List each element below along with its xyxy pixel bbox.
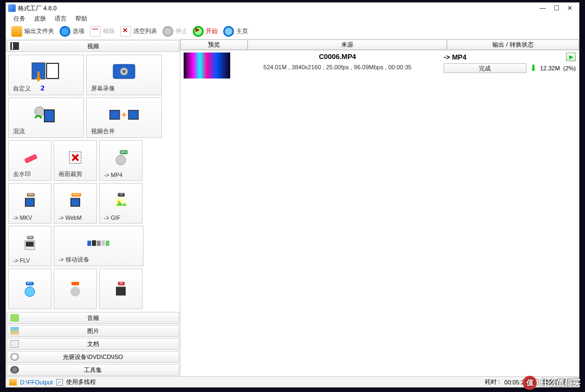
svg-text:MKV: MKV bbox=[28, 193, 34, 196]
toolbar: 输出文件夹 选项 移除 清空列表 停止 开始 主页 bbox=[6, 23, 579, 40]
svg-rect-35 bbox=[87, 240, 91, 246]
menubar: 任务 皮肤 语言 帮助 bbox=[6, 14, 579, 23]
home-button[interactable]: 主页 bbox=[223, 26, 248, 37]
play-output-button[interactable]: ▶ bbox=[566, 53, 576, 61]
folder-icon bbox=[9, 379, 17, 386]
svg-text:MOV: MOV bbox=[27, 282, 32, 285]
category-video[interactable]: 视频 bbox=[6, 40, 179, 52]
video-tools-grid[interactable]: 自定义2 屏幕录像 混流 + 视频合并 bbox=[6, 53, 180, 311]
tile-to-gif[interactable]: GIF-> GIF bbox=[99, 183, 142, 224]
app-window: 格式工厂 4.8.0 — ☐ ✕ 任务 皮肤 语言 帮助 输出文件夹 选项 移除… bbox=[5, 2, 580, 388]
output-folder-button[interactable]: 输出文件夹 bbox=[11, 26, 54, 37]
category-audio[interactable]: 音频 bbox=[6, 312, 179, 324]
music-icon bbox=[10, 314, 19, 322]
col-preview[interactable]: 预览 bbox=[180, 40, 248, 50]
menu-skin[interactable]: 皮肤 bbox=[34, 15, 46, 23]
video-thumbnail bbox=[184, 53, 230, 79]
tile-to-mobile[interactable]: -> 移动设备 bbox=[54, 226, 144, 266]
task-panel: 预览 来源 输出 / 转换状态 C0006.MP4 524.01M , 3840… bbox=[180, 40, 579, 376]
svg-rect-26 bbox=[72, 199, 79, 206]
clear-list-button[interactable]: 清空列表 bbox=[120, 26, 157, 37]
svg-rect-22 bbox=[26, 199, 34, 206]
category-toolset[interactable]: 工具集 bbox=[6, 364, 179, 376]
maximize-button[interactable]: ☐ bbox=[554, 4, 560, 12]
tile-to-mkv[interactable]: MKV-> MKV bbox=[8, 183, 51, 224]
window-title: 格式工厂 4.8.0 bbox=[18, 4, 57, 12]
tile-video-merge[interactable]: + 视频合并 bbox=[86, 97, 162, 138]
output-size: 12.32M (2%) bbox=[540, 65, 576, 71]
window-controls: — ☐ ✕ bbox=[540, 4, 577, 12]
tile-to-ogg[interactable] bbox=[54, 269, 97, 309]
output-format: -> MP4 bbox=[444, 53, 564, 61]
play-icon bbox=[193, 26, 204, 37]
remove-button[interactable]: 移除 bbox=[90, 26, 115, 37]
col-output-status[interactable]: 输出 / 转换状态 bbox=[447, 40, 579, 50]
svg-point-42 bbox=[25, 286, 35, 296]
tile-to-avi[interactable]: AVI bbox=[99, 269, 142, 309]
svg-text:GIF: GIF bbox=[119, 193, 123, 196]
titlebar: 格式工厂 4.8.0 — ☐ ✕ bbox=[6, 3, 579, 14]
picture-icon bbox=[10, 327, 19, 335]
document-icon bbox=[10, 340, 19, 348]
svg-text:WebM: WebM bbox=[73, 193, 80, 196]
svg-point-44 bbox=[70, 286, 80, 296]
menu-language[interactable]: 语言 bbox=[55, 15, 67, 23]
menu-task[interactable]: 任务 bbox=[14, 15, 25, 23]
svg-rect-34 bbox=[26, 241, 34, 246]
svg-text:+: + bbox=[121, 109, 127, 119]
multithread-checkbox[interactable]: ✓ bbox=[56, 379, 63, 386]
watermark-badge-icon: 值 bbox=[523, 376, 537, 390]
menu-help[interactable]: 帮助 bbox=[75, 15, 87, 23]
tile-to-flv[interactable]: FLV-> FLV bbox=[8, 226, 51, 266]
remove-icon bbox=[90, 26, 101, 37]
tile-crop[interactable]: 画面裁剪 bbox=[54, 140, 97, 181]
watermark-text: 什么值得买 bbox=[540, 378, 581, 388]
svg-rect-8 bbox=[45, 110, 54, 121]
status-done-button[interactable]: 完成 bbox=[444, 63, 526, 73]
statusbar: D:\FFOutput ✓ 使用多线程 耗时 : 00:05:23 转换完成后 … bbox=[6, 376, 579, 387]
elapsed-label: 耗时 : bbox=[485, 378, 500, 386]
tile-remove-watermark[interactable]: 去水印 bbox=[8, 140, 51, 181]
gear-icon bbox=[60, 26, 70, 37]
category-document[interactable]: 文档 bbox=[6, 338, 179, 350]
stop-button[interactable]: 停止 bbox=[162, 26, 187, 37]
svg-text:MP4: MP4 bbox=[121, 151, 127, 154]
tile-to-mp4[interactable]: MP4-> MP4 bbox=[99, 140, 142, 181]
home-icon bbox=[223, 26, 234, 37]
disc-icon bbox=[10, 353, 19, 361]
tile-mix[interactable]: 混流 bbox=[8, 97, 84, 138]
category-picture[interactable]: 图片 bbox=[6, 325, 179, 337]
stop-icon bbox=[162, 26, 173, 37]
tile-to-mov[interactable]: MOV bbox=[8, 269, 51, 309]
svg-rect-14 bbox=[24, 154, 37, 164]
column-headers: 预览 来源 输出 / 转换状态 bbox=[180, 40, 579, 50]
source-column: C0006.MP4 524.01M , 3840x2160 , 25.00fps… bbox=[233, 53, 441, 70]
output-path[interactable]: D:\FFOutput bbox=[20, 379, 53, 386]
folder-icon bbox=[11, 26, 22, 37]
source-info: 524.01M , 3840x2160 , 25.00fps , 96.09Mb… bbox=[233, 64, 441, 70]
svg-rect-37 bbox=[97, 240, 101, 246]
options-button[interactable]: 选项 bbox=[60, 26, 84, 37]
svg-rect-43 bbox=[72, 282, 79, 285]
wrench-icon bbox=[10, 366, 19, 374]
tile-screen-record[interactable]: 屏幕录像 bbox=[86, 55, 162, 95]
app-icon bbox=[8, 4, 16, 12]
col-source[interactable]: 来源 bbox=[248, 40, 447, 50]
tile-custom[interactable]: 自定义2 bbox=[8, 55, 84, 95]
output-column: -> MP4 ▶ 完成 ⬇ 12.32M (2%) bbox=[441, 53, 576, 73]
custom-badge: 2 bbox=[41, 84, 44, 92]
download-arrow-icon: ⬇ bbox=[530, 65, 537, 71]
watermark: 值 什么值得买 bbox=[523, 376, 581, 390]
svg-point-18 bbox=[116, 155, 126, 165]
task-row[interactable]: C0006.MP4 524.01M , 3840x2160 , 25.00fps… bbox=[180, 50, 579, 81]
category-disc[interactable]: 光驱设备\DVD\CD\ISO bbox=[6, 351, 179, 363]
multithread-label: 使用多线程 bbox=[66, 378, 96, 386]
tile-to-webm[interactable]: WebM-> WebM bbox=[54, 183, 97, 224]
start-button[interactable]: 开始 bbox=[193, 26, 218, 37]
clear-icon bbox=[120, 26, 131, 37]
film-icon bbox=[10, 42, 19, 50]
minimize-button[interactable]: — bbox=[540, 4, 546, 12]
close-button[interactable]: ✕ bbox=[567, 4, 573, 12]
sidebar: 视频 自定义2 屏幕录像 混流 bbox=[6, 40, 180, 376]
svg-rect-2 bbox=[47, 64, 58, 78]
